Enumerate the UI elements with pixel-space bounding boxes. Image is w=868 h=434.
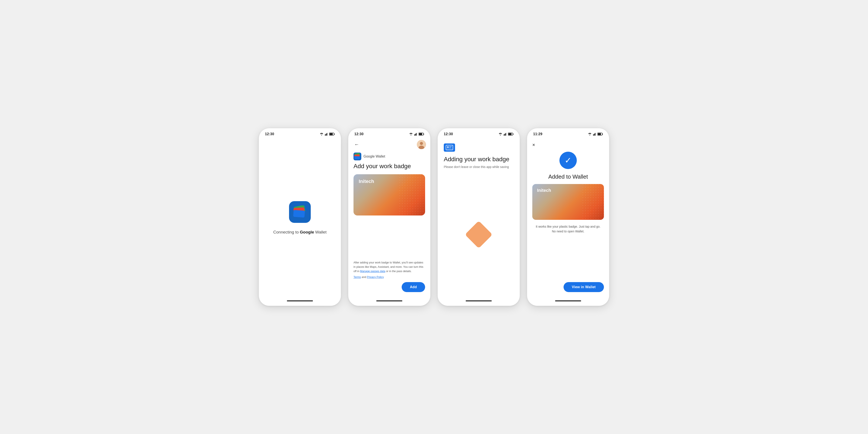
- phone-screen-3: 12:30: [437, 128, 520, 306]
- badge-dots-4: [582, 184, 604, 220]
- wallet-splash-icon: [289, 201, 311, 223]
- avatar-image: [417, 140, 426, 149]
- wifi-icon-4: [588, 132, 592, 135]
- svg-rect-4: [328, 132, 328, 135]
- svg-rect-32: [506, 132, 507, 135]
- svg-rect-17: [424, 133, 424, 135]
- terms-row: Terms and Privacy Policy: [353, 276, 425, 279]
- battery-icon-2: [418, 132, 424, 135]
- avatar-circle: [417, 140, 426, 149]
- view-button-row: View in Wallet: [532, 282, 604, 292]
- screen4-body: ✓ Added to Wallet Initech It works like …: [527, 150, 609, 297]
- wifi-icon: [320, 132, 323, 135]
- svg-rect-27: [399, 174, 425, 215]
- bottom-bar-3: [438, 297, 520, 306]
- add-badge-title: Add your work badge: [353, 162, 425, 170]
- status-bar-4: 11:29: [527, 128, 609, 138]
- badge-card-4: Initech: [532, 184, 604, 220]
- status-icons-4: [588, 132, 603, 135]
- home-indicator-4: [555, 300, 581, 302]
- svg-rect-13: [415, 134, 416, 135]
- svg-rect-44: [595, 133, 595, 135]
- success-circle: ✓: [559, 152, 577, 169]
- close-button[interactable]: ×: [532, 142, 535, 148]
- svg-rect-45: [596, 132, 596, 135]
- svg-rect-38: [449, 147, 452, 147]
- badge-dots-pattern: [399, 174, 425, 215]
- add-button[interactable]: Add: [402, 282, 425, 292]
- screen1-body: Connecting to Google Wallet: [259, 138, 341, 297]
- svg-rect-31: [505, 133, 506, 135]
- view-in-wallet-button[interactable]: View in Wallet: [563, 282, 604, 292]
- time-4: 11:29: [533, 132, 542, 136]
- svg-rect-43: [594, 134, 595, 135]
- svg-rect-48: [598, 133, 601, 135]
- svg-rect-42: [593, 134, 594, 135]
- badge-icon-rect: [444, 144, 455, 152]
- svg-rect-50: [582, 184, 604, 220]
- battery-icon: [329, 132, 335, 135]
- adding-subtitle: Please don't leave or close this app whi…: [444, 165, 509, 168]
- privacy-link[interactable]: Privacy Policy: [367, 276, 384, 279]
- svg-rect-34: [513, 133, 514, 135]
- status-icons-3: [498, 132, 514, 135]
- svg-rect-10: [293, 210, 305, 218]
- screen4-header: ×: [527, 138, 609, 150]
- screen2-body: Google Wallet Add your work badge Initec…: [348, 151, 430, 297]
- status-bar-2: 12:30: [348, 128, 430, 138]
- screen1-content: Connecting to Google Wallet: [259, 138, 341, 297]
- wifi-icon-2: [409, 132, 413, 135]
- badge-company-2: Initech: [359, 179, 374, 184]
- svg-rect-15: [417, 132, 417, 135]
- status-bar-1: 12:30: [259, 128, 341, 138]
- manage-passes-link[interactable]: Manage passes data: [360, 270, 385, 273]
- battery-icon-3: [508, 132, 514, 135]
- phone-screen-4: 11:29: [527, 128, 609, 306]
- svg-rect-6: [334, 133, 335, 135]
- svg-rect-7: [330, 133, 333, 135]
- time-1: 12:30: [265, 132, 274, 136]
- svg-rect-2: [326, 134, 327, 135]
- svg-rect-47: [602, 133, 603, 135]
- wifi-icon-3: [498, 132, 502, 135]
- svg-rect-12: [414, 134, 415, 135]
- checkmark-icon: ✓: [565, 156, 571, 164]
- bottom-bar-2: [348, 297, 430, 306]
- loading-container: [444, 177, 514, 292]
- gw-header: Google Wallet: [353, 153, 425, 160]
- svg-point-28: [500, 135, 501, 135]
- google-wallet-logo: [353, 153, 361, 160]
- svg-point-0: [321, 135, 322, 135]
- bottom-text: After adding your work badge to Wallet, …: [353, 258, 425, 273]
- signal-icon: [325, 132, 328, 135]
- back-button[interactable]: ←: [352, 140, 361, 149]
- signal-icon-2: [414, 132, 417, 135]
- bottom-bar-1: [259, 297, 341, 306]
- svg-rect-18: [419, 133, 422, 135]
- svg-rect-30: [504, 134, 505, 135]
- status-bar-3: 12:30: [438, 128, 520, 138]
- battery-icon-4: [597, 132, 603, 135]
- home-indicator-1: [287, 300, 313, 302]
- screens-container: 12:30: [259, 128, 609, 306]
- time-2: 12:30: [354, 132, 364, 136]
- screen2-header: ←: [348, 138, 430, 151]
- screen3-body: Adding your work badge Please don't leav…: [438, 138, 520, 297]
- svg-point-20: [420, 142, 423, 145]
- adding-title: Adding your work badge: [444, 156, 509, 163]
- badge-card-2: Initech: [353, 174, 425, 215]
- user-avatar[interactable]: [417, 140, 426, 149]
- status-icons-2: [409, 132, 424, 135]
- svg-rect-14: [416, 133, 416, 135]
- gw-label: Google Wallet: [364, 155, 385, 158]
- signal-icon-4: [593, 132, 596, 135]
- home-indicator-3: [466, 300, 492, 302]
- loading-diamond: [465, 221, 492, 248]
- terms-link[interactable]: Terms: [353, 276, 361, 279]
- connecting-text: Connecting to Google Wallet: [273, 230, 327, 235]
- time-3: 12:30: [444, 132, 453, 136]
- signal-icon-3: [504, 132, 507, 135]
- home-indicator-2: [376, 300, 402, 302]
- added-desc: It works like your plastic badge. Just t…: [532, 224, 604, 234]
- status-icons-1: [320, 132, 335, 135]
